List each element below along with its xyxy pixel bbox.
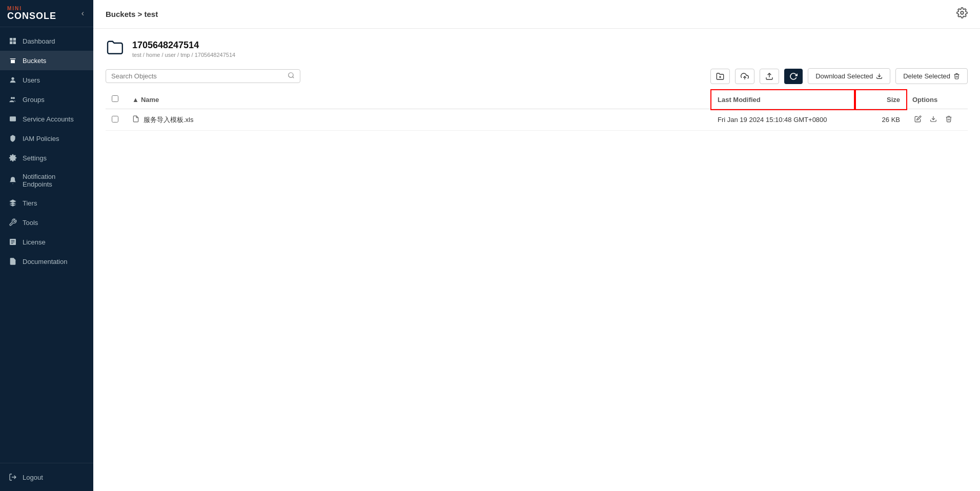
search-icon — [288, 72, 295, 80]
logout-icon — [8, 473, 17, 482]
sidebar-header: MINI CONSOLE ‹ — [0, 0, 93, 27]
sidebar-item-notification-endpoints-label: Notification Endpoints — [23, 173, 85, 188]
upload-file-button[interactable] — [735, 69, 754, 84]
row-options — [912, 114, 962, 125]
row-modified-cell: Fri Jan 19 2024 15:10:48 GMT+0800 — [711, 109, 855, 131]
delete-selected-button[interactable]: Delete Selected — [895, 68, 968, 84]
row-preview-button[interactable] — [912, 114, 924, 125]
folder-info: 1705648247514 test / home / user / tmp /… — [132, 40, 235, 58]
groups-icon — [8, 95, 17, 104]
topbar: Buckets > test — [93, 0, 980, 29]
svg-rect-2 — [10, 42, 12, 44]
sidebar-item-documentation[interactable]: Documentation — [0, 252, 93, 271]
sidebar-item-logout[interactable]: Logout — [0, 467, 93, 487]
logo-console: CONSOLE — [7, 11, 56, 21]
folder-path: test / home / user / tmp / 1705648247514 — [132, 52, 235, 58]
download-selected-button[interactable]: Download Selected — [808, 68, 890, 84]
svg-point-4 — [11, 77, 14, 80]
sidebar-item-service-accounts-label: Service Accounts — [23, 115, 74, 123]
sidebar-item-iam-policies[interactable]: IAM Policies — [0, 129, 93, 148]
sidebar-logo: MINI CONSOLE — [7, 6, 56, 21]
download-selected-label: Download Selected — [815, 72, 873, 80]
svg-point-8 — [11, 118, 12, 120]
toolbar: Download Selected Delete Selected — [106, 68, 968, 84]
table-body: 服务导入模板.xls Fri Jan 19 2024 15:10:48 GMT+… — [106, 109, 968, 131]
svg-point-10 — [961, 11, 964, 14]
row-checkbox[interactable] — [112, 116, 118, 122]
svg-rect-7 — [10, 116, 16, 121]
sidebar: MINI CONSOLE ‹ Dashboard Buckets Users — [0, 0, 93, 491]
settings-icon — [8, 153, 17, 162]
sort-asc-icon: ▲ — [132, 96, 139, 104]
objects-table: ▲ Name Last Modified Size Options — [106, 90, 968, 131]
last-modified-column-label: Last Modified — [718, 96, 761, 104]
row-delete-button[interactable] — [943, 114, 954, 125]
dashboard-icon — [8, 36, 17, 46]
file-size: 26 KB — [882, 116, 900, 124]
sidebar-item-license[interactable]: License — [0, 232, 93, 252]
iam-icon — [8, 134, 17, 143]
table-header: ▲ Name Last Modified Size Options — [106, 90, 968, 109]
row-size-cell: 26 KB — [855, 109, 906, 131]
notification-icon — [8, 176, 17, 185]
sidebar-item-dashboard-label: Dashboard — [23, 37, 55, 45]
buckets-icon — [8, 56, 17, 65]
tools-icon — [8, 218, 17, 227]
main-content: Buckets > test 1705648247514 test / home… — [93, 0, 980, 491]
sidebar-item-logout-label: Logout — [23, 474, 43, 481]
sidebar-item-dashboard[interactable]: Dashboard — [0, 31, 93, 51]
svg-rect-0 — [10, 38, 12, 40]
sidebar-item-users[interactable]: Users — [0, 70, 93, 90]
svg-point-6 — [13, 97, 15, 99]
sidebar-item-notification-endpoints[interactable]: Notification Endpoints — [0, 168, 93, 193]
sidebar-item-buckets[interactable]: Buckets — [0, 51, 93, 70]
sidebar-collapse-button[interactable]: ‹ — [79, 7, 86, 20]
svg-point-11 — [289, 73, 293, 77]
settings-button[interactable] — [956, 7, 968, 21]
file-icon — [132, 115, 139, 124]
th-options: Options — [906, 90, 968, 109]
upload-folder-button[interactable] — [760, 69, 779, 84]
sidebar-item-service-accounts[interactable]: Service Accounts — [0, 109, 93, 129]
row-download-button[interactable] — [928, 114, 939, 125]
select-all-checkbox[interactable] — [112, 95, 118, 102]
th-size: Size — [855, 90, 906, 109]
options-column-label: Options — [912, 96, 937, 104]
create-folder-button[interactable] — [710, 69, 730, 84]
search-input[interactable] — [111, 72, 288, 80]
license-icon — [8, 237, 17, 247]
th-last-modified: Last Modified — [711, 90, 855, 109]
delete-selected-label: Delete Selected — [903, 72, 950, 80]
svg-rect-3 — [13, 42, 16, 44]
sidebar-item-iam-policies-label: IAM Policies — [23, 135, 59, 142]
content-area: 1705648247514 test / home / user / tmp /… — [93, 29, 980, 491]
sidebar-item-tiers[interactable]: Tiers — [0, 193, 93, 213]
breadcrumb: Buckets > test — [106, 10, 158, 18]
toolbar-right: Download Selected Delete Selected — [710, 68, 968, 84]
file-name: 服务导入模板.xls — [144, 115, 194, 125]
folder-name: 1705648247514 — [132, 40, 235, 51]
th-name: ▲ Name — [126, 90, 711, 109]
svg-rect-1 — [13, 38, 16, 40]
tiers-icon — [8, 198, 17, 208]
sidebar-item-tiers-label: Tiers — [23, 199, 37, 207]
size-column-label: Size — [887, 96, 900, 104]
sidebar-nav: Dashboard Buckets Users Groups — [0, 27, 93, 463]
sidebar-item-documentation-label: Documentation — [23, 258, 67, 265]
folder-header: 1705648247514 test / home / user / tmp /… — [106, 39, 968, 59]
file-last-modified: Fri Jan 19 2024 15:10:48 GMT+0800 — [718, 116, 827, 124]
th-select-all — [106, 90, 126, 109]
toolbar-left — [106, 69, 300, 83]
file-name-wrapper: 服务导入模板.xls — [132, 115, 705, 125]
table-row: 服务导入模板.xls Fri Jan 19 2024 15:10:48 GMT+… — [106, 109, 968, 131]
sidebar-item-tools-label: Tools — [23, 219, 38, 227]
sidebar-item-groups[interactable]: Groups — [0, 90, 93, 109]
sidebar-item-buckets-label: Buckets — [23, 57, 46, 65]
row-options-cell — [906, 109, 968, 131]
folder-icon — [106, 39, 126, 59]
svg-point-5 — [11, 97, 13, 99]
refresh-button[interactable] — [784, 69, 803, 84]
sidebar-item-tools[interactable]: Tools — [0, 213, 93, 232]
sidebar-item-license-label: License — [23, 238, 46, 246]
sidebar-item-settings[interactable]: Settings — [0, 148, 93, 168]
